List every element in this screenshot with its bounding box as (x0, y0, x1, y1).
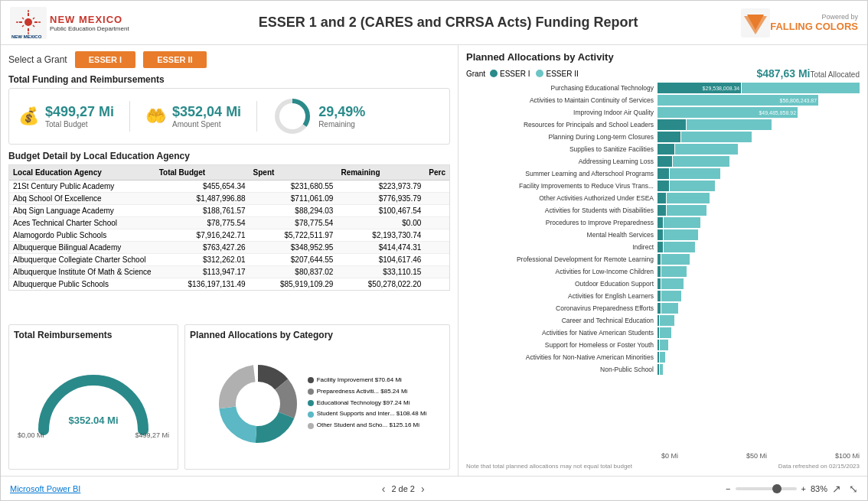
svg-point-27 (237, 382, 279, 425)
table-row: Abq Sign Language Academy$188,761.57$88,… (9, 205, 449, 217)
bar-segment-esser1 (658, 217, 663, 228)
table-cell: $85,919,109.29 (250, 278, 338, 291)
bar-segment-esser1: $29,538,008.34 (658, 83, 741, 93)
bar-label: Activities for English Learners (466, 292, 658, 300)
category-legend-item: Preparedness Activiti... $85.24 Mi (308, 387, 427, 397)
x-axis: $0 Mi $50 Mi $100 Mi (466, 452, 860, 460)
bar-segment-esser1 (658, 254, 661, 265)
bar-segment-esser1 (658, 156, 672, 167)
bar-segment-esser1 (658, 352, 659, 363)
table-cell: $711,061.09 (250, 193, 338, 205)
category-legend-text: Student Supports and Inter... $108.48 Mi (317, 409, 427, 419)
col-header-agency: Local Education Agency (9, 165, 155, 181)
zoom-minus-button[interactable]: − (726, 484, 730, 493)
next-page-button[interactable]: › (421, 483, 425, 495)
table-cell: $78,775.54 (250, 217, 338, 229)
reimbursements-title: Total Reimbursements (14, 330, 173, 340)
bar-track (658, 291, 857, 301)
grant-selector: Select a Grant ESSER I ESSER II (8, 51, 450, 68)
bar-track (658, 303, 857, 314)
zoom-thumb[interactable] (772, 484, 782, 493)
bar-segment-esser1 (658, 278, 661, 289)
table-cell: Aces Technical Charter School (9, 217, 155, 229)
table-cell: $188,761.57 (155, 205, 250, 217)
esser2-button[interactable]: ESSER II (143, 51, 206, 68)
bar-label: Outdoor Education Support (466, 280, 658, 288)
bar-segment-esser2 (661, 278, 684, 289)
pbi-link[interactable]: Microsoft Power BI (10, 484, 80, 493)
bar-track (658, 242, 857, 252)
bar-label: Activities for Non-Native American Minor… (466, 353, 658, 361)
bar-segment-esser2 (670, 181, 715, 191)
table-cell: $50,278,022.20 (337, 278, 425, 291)
total-allocated-value: $487,63 MiTotal Allocated (756, 67, 860, 80)
table-row: Alamogordo Public Schools$7,916,242.71$5… (9, 229, 449, 242)
bar-segment-esser2 (660, 327, 671, 338)
zoom-plus-button[interactable]: + (801, 484, 806, 493)
table-cell: $80,837.02 (250, 266, 338, 278)
fullscreen-icon[interactable]: ⤡ (849, 483, 858, 495)
col-header-remaining: Remaining (337, 165, 425, 181)
bar-segment-esser1 (658, 291, 661, 301)
bar-label: Procedures to Improve Preparedness (466, 219, 658, 226)
category-legend-text: Facility Improvement $70.64 Mi (317, 376, 402, 386)
table-row: Albuquerque Institute Of Math & Science$… (9, 266, 449, 278)
total-budget-value: $499,27 Mi (45, 104, 114, 120)
bar-row: Indirect (466, 242, 857, 252)
total-allocated-label: Total Allocated (811, 70, 860, 79)
table-cell: Albuquerque Collegiate Charter School (9, 254, 155, 266)
table-row: Abq School Of Excellence$1,487,996.88$71… (9, 193, 449, 205)
bar-label: Summer Learning and Afterschool Programs (466, 170, 658, 177)
table-cell (425, 254, 449, 266)
amount-spent-item: 🤲 $352,04 Mi Amount Spent (145, 104, 241, 129)
prev-page-button[interactable]: ‹ (382, 483, 386, 495)
bar-segment-esser2 (664, 229, 697, 240)
esser2-legend-dot (536, 70, 543, 77)
bar-row: Outdoor Education Support (466, 278, 857, 289)
table-cell: $88,294.03 (250, 205, 338, 217)
bar-row: Improving Indoor Air Quality$49,485,858.… (466, 107, 857, 118)
right-panel: Planned Allocations by Activity Grant ES… (458, 45, 867, 476)
table-cell: Albuquerque Public Schools (9, 278, 155, 291)
spent-icon: 🤲 (145, 106, 166, 126)
table-cell: $113,947.17 (155, 266, 250, 278)
total-budget-label: Total Budget (45, 120, 114, 129)
bar-segment-esser1 (658, 193, 666, 203)
gauge-labels: $0,00 Mi $499,27 Mi (14, 431, 173, 439)
bar-label: Career and Technical Education (466, 317, 658, 324)
table-cell: Alamogordo Public Schools (9, 229, 155, 242)
table-cell: $455,654.34 (155, 181, 250, 193)
nm-logo-icon: NEW MEXICO (10, 7, 47, 39)
grant-legend-label: Grant (466, 70, 485, 78)
donut-chart-area: Facility Improvement $70.64 MiPreparedne… (190, 343, 445, 464)
bar-label: Purchasing Educational Technology (466, 84, 658, 92)
bar-row: Mental Health Services (466, 229, 857, 240)
bar-track (658, 340, 857, 350)
bar-segment-esser1 (658, 144, 674, 155)
table-cell: $5,722,511.97 (250, 229, 338, 242)
category-legend-dot (308, 412, 314, 418)
bar-track (658, 254, 857, 265)
bar-label: Supplies to Sanitize Facilities (466, 145, 658, 153)
bar-track: $29,538,008.34$67,702,495.84 (658, 83, 860, 93)
bar-track (658, 132, 857, 142)
bar-label: Planning During Long-term Closures (466, 133, 658, 141)
esser1-button[interactable]: ESSER I (75, 51, 135, 68)
table-cell (425, 181, 449, 193)
bar-segment-esser1 (658, 327, 659, 338)
bar-track (658, 119, 857, 130)
bar-row: Non-Public School (466, 364, 857, 375)
table-header-row: Local Education Agency Total Budget Spen… (9, 165, 449, 181)
table-cell (425, 242, 449, 254)
zoom-slider[interactable] (736, 487, 797, 490)
table-cell: $1,487,996.88 (155, 193, 250, 205)
bar-label: Non-Public School (466, 366, 658, 373)
bar-segment-esser2 (661, 291, 681, 301)
share-icon[interactable]: ↗ (832, 483, 841, 495)
bar-chart-area[interactable]: Purchasing Educational Technology$29,538… (466, 83, 860, 449)
table-cell (425, 205, 449, 217)
bar-segment-esser2: $67,702,495.84 (742, 83, 860, 93)
logo-area: NEW MEXICO NEW MEXICO Public Education D… (10, 7, 155, 39)
budget-detail-title: Budget Detail by Local Education Agency (8, 151, 450, 161)
budget-table-wrap[interactable]: Local Education Agency Total Budget Spen… (8, 164, 450, 291)
